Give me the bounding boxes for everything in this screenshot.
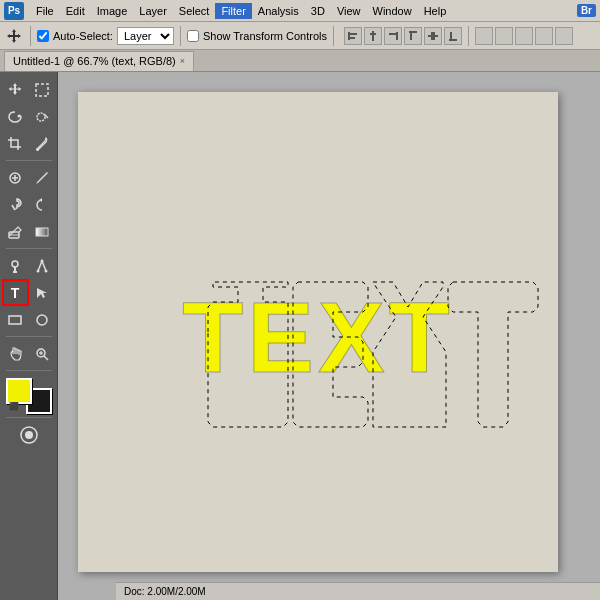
- svg-rect-8: [410, 33, 412, 40]
- gradient-tool[interactable]: [29, 218, 56, 245]
- color-swatches: ⬛: [6, 378, 52, 414]
- auto-select-dropdown[interactable]: Layer Group: [117, 27, 174, 45]
- svg-point-15: [37, 113, 45, 121]
- menu-analysis[interactable]: Analysis: [252, 3, 305, 19]
- tool-sep-5: [6, 417, 52, 418]
- document-tab[interactable]: Untitled-1 @ 66.7% (text, RGB/8) ×: [4, 51, 194, 71]
- svg-rect-3: [372, 31, 374, 41]
- bridge-button[interactable]: Br: [577, 4, 596, 17]
- align-top-btn[interactable]: [404, 27, 422, 45]
- pen-tool[interactable]: [29, 252, 56, 279]
- tab-title: Untitled-1 @ 66.7% (text, RGB/8): [13, 55, 176, 67]
- menu-image[interactable]: Image: [91, 3, 134, 19]
- tool-sep-2: [6, 248, 52, 249]
- align-center-btn[interactable]: [364, 27, 382, 45]
- align-right-btn[interactable]: [384, 27, 402, 45]
- svg-point-31: [25, 431, 33, 439]
- svg-rect-2: [350, 37, 355, 39]
- marquee-tool[interactable]: [29, 76, 56, 103]
- status-bar: Doc: 2.00M/2.00M: [116, 582, 600, 600]
- reset-colors-icon[interactable]: ⬛: [8, 400, 20, 412]
- menu-layer[interactable]: Layer: [133, 3, 173, 19]
- tab-bar: Untitled-1 @ 66.7% (text, RGB/8) ×: [0, 50, 600, 72]
- quick-mask-tool[interactable]: [15, 421, 42, 448]
- separator-1: [30, 26, 31, 46]
- svg-point-23: [45, 269, 48, 272]
- svg-rect-19: [36, 228, 48, 236]
- svg-rect-4: [370, 33, 376, 35]
- distribute-buttons: [475, 27, 573, 45]
- main-area: T: [0, 72, 600, 600]
- svg-rect-13: [36, 84, 48, 96]
- status-info: Doc: 2.00M/2.00M: [124, 586, 206, 597]
- tool-sep-4: [6, 370, 52, 371]
- toolbar: T: [0, 72, 58, 600]
- rectangle-tool[interactable]: [2, 306, 29, 333]
- canvas-area: TEXT Doc: 2.00M/2.00M: [58, 72, 600, 600]
- move-tool[interactable]: [2, 76, 29, 103]
- svg-rect-0: [348, 32, 350, 40]
- custom-shape-tool[interactable]: [29, 306, 56, 333]
- history-brush-tool[interactable]: [29, 191, 56, 218]
- app-logo: Ps: [4, 2, 24, 20]
- menu-bar: Ps File Edit Image Layer Select Filter A…: [0, 0, 600, 22]
- menu-help[interactable]: Help: [418, 3, 453, 19]
- eraser-tool[interactable]: [2, 218, 29, 245]
- align-left-btn[interactable]: [344, 27, 362, 45]
- menu-window[interactable]: Window: [367, 3, 418, 19]
- type-tool-label: T: [11, 285, 20, 301]
- menu-file[interactable]: File: [30, 3, 60, 19]
- svg-point-14: [18, 114, 21, 117]
- eyedropper-tool[interactable]: [29, 130, 56, 157]
- svg-point-21: [41, 259, 44, 262]
- lasso-tool[interactable]: [2, 103, 29, 130]
- menu-edit[interactable]: Edit: [60, 3, 91, 19]
- menu-select[interactable]: Select: [173, 3, 216, 19]
- quick-select-tool[interactable]: [29, 103, 56, 130]
- dodge-tool[interactable]: [2, 252, 29, 279]
- dist-top-btn[interactable]: [535, 27, 553, 45]
- document-canvas[interactable]: TEXT: [78, 92, 558, 572]
- svg-rect-6: [389, 33, 396, 35]
- svg-rect-5: [396, 32, 398, 40]
- move-tool-icon: [4, 26, 24, 46]
- brush-tool[interactable]: [29, 164, 56, 191]
- dist-left-btn[interactable]: [475, 27, 493, 45]
- svg-point-20: [12, 261, 18, 267]
- dist-right-btn[interactable]: [515, 27, 533, 45]
- show-transform-label: Show Transform Controls: [203, 30, 327, 42]
- svg-line-27: [44, 356, 48, 360]
- auto-select-checkbox[interactable]: [37, 30, 49, 42]
- tool-sep-3: [6, 336, 52, 337]
- crop-tool[interactable]: [2, 130, 29, 157]
- tool-sep-1: [6, 160, 52, 161]
- options-bar: Auto-Select: Layer Group Show Transform …: [0, 22, 600, 50]
- align-middle-btn[interactable]: [424, 27, 442, 45]
- menu-3d[interactable]: 3D: [305, 3, 331, 19]
- svg-rect-24: [9, 316, 21, 324]
- clone-stamp-tool[interactable]: [2, 191, 29, 218]
- svg-rect-1: [350, 33, 357, 35]
- tab-close-button[interactable]: ×: [180, 56, 185, 66]
- separator-4: [468, 26, 469, 46]
- separator-3: [333, 26, 334, 46]
- svg-point-25: [37, 315, 47, 325]
- separator-2: [180, 26, 181, 46]
- type-tool[interactable]: T: [2, 279, 29, 306]
- align-buttons: [344, 27, 462, 45]
- zoom-tool[interactable]: [29, 340, 56, 367]
- svg-rect-11: [449, 39, 457, 41]
- menu-view[interactable]: View: [331, 3, 367, 19]
- spot-heal-tool[interactable]: [2, 164, 29, 191]
- show-transform-checkbox[interactable]: [187, 30, 199, 42]
- svg-rect-7: [409, 31, 417, 33]
- menu-filter[interactable]: Filter: [215, 3, 251, 19]
- canvas-text: TEXT: [182, 280, 454, 395]
- auto-select-label: Auto-Select:: [53, 30, 113, 42]
- path-select-tool[interactable]: [29, 279, 56, 306]
- hand-tool[interactable]: [2, 340, 29, 367]
- dist-middle-btn[interactable]: [555, 27, 573, 45]
- dist-center-btn[interactable]: [495, 27, 513, 45]
- align-bottom-btn[interactable]: [444, 27, 462, 45]
- svg-point-16: [36, 148, 39, 151]
